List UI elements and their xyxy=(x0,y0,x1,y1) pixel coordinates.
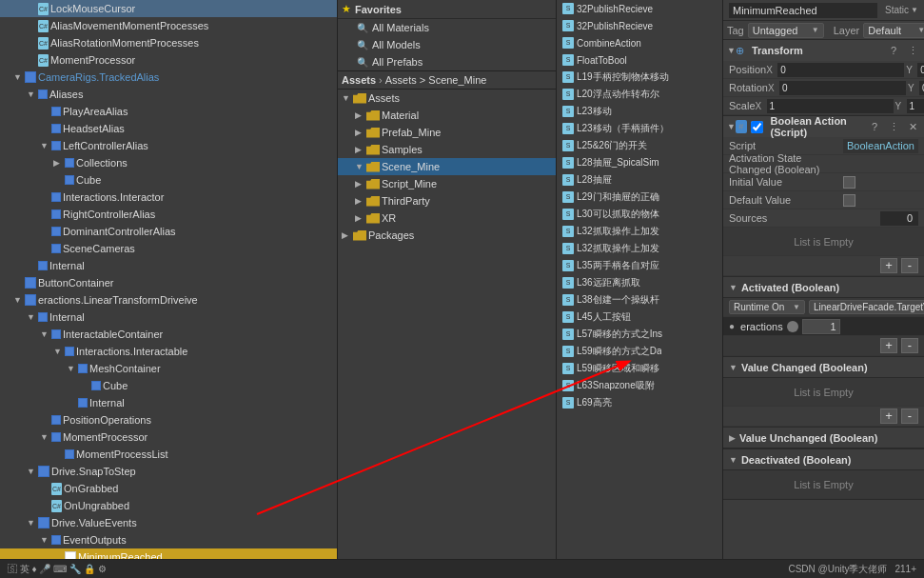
eractions-value-input[interactable] xyxy=(802,319,840,334)
rotation-x[interactable] xyxy=(779,81,906,95)
file-list-item[interactable]: SFloatToBool xyxy=(557,51,722,69)
fav-all-models[interactable]: 🔍 All Models xyxy=(338,36,556,53)
tree-item-minimumreached[interactable]: MinimumReached xyxy=(0,548,337,559)
sources-count-input[interactable] xyxy=(880,211,918,226)
tree-item-leftcontrolleralias[interactable]: ▼ LeftControllerAlias xyxy=(0,137,337,154)
position-y[interactable] xyxy=(917,63,924,77)
file-list-item[interactable]: SL59瞬移的方式之Da xyxy=(557,343,722,360)
file-list-item[interactable]: SL36远距离抓取 xyxy=(557,274,722,291)
tree-item-aliasmovement[interactable]: C# AliasMovementMomentProcesses xyxy=(0,17,337,34)
file-list-item[interactable]: SL59瞬移区域和瞬移 xyxy=(557,360,722,377)
bool-menu-icon[interactable]: ⋮ xyxy=(886,121,901,133)
tree-item-cube2[interactable]: Cube xyxy=(0,377,337,394)
tree-item-headsetalias[interactable]: HeadsetAlias xyxy=(0,120,337,137)
file-list-item[interactable]: SL32抓取操作上加发 xyxy=(557,240,722,257)
scale-y[interactable] xyxy=(907,99,924,113)
value-changed-add-button[interactable]: + xyxy=(880,409,897,424)
file-list-item[interactable]: SL30可以抓取的物体 xyxy=(557,206,722,223)
value-unchanged-header[interactable]: ▶ Value Unchanged (Boolean) xyxy=(723,428,924,448)
tree-item-drivevalueevents[interactable]: ▼ Drive.ValueEvents xyxy=(0,514,337,531)
tag-dropdown[interactable]: Untagged ▼ xyxy=(748,23,824,38)
layer-dropdown[interactable]: Default ▼ xyxy=(863,23,924,38)
tree-item-eractions[interactable]: ▼ eractions.LinearTransformDriveive xyxy=(0,291,337,309)
tree-item-rightcontrolleralias[interactable]: RightControllerAlias xyxy=(0,206,337,223)
tree-item-internal2[interactable]: ▼ Internal xyxy=(0,309,337,326)
folder-material[interactable]: ▶ Material xyxy=(338,107,556,124)
position-x[interactable] xyxy=(777,63,904,77)
value-changed-header[interactable]: ▼ Value Changed (Boolean) xyxy=(723,357,924,378)
tree-item-interactionsinteractable[interactable]: ▼ Interactions.Interactable xyxy=(0,343,337,360)
script-ref-button[interactable]: BooleanAction xyxy=(843,139,918,153)
file-list-item[interactable]: S32PublishRecieve xyxy=(557,17,722,34)
folder-xr[interactable]: ▶ XR xyxy=(338,209,556,227)
transform-header[interactable]: ▼ ⊕ Transform ? ⋮ xyxy=(723,40,924,61)
boolean-action-header[interactable]: ▼ # Boolean Action (Script) ? ⋮ ✕ xyxy=(723,116,924,137)
fav-all-prefabs[interactable]: 🔍 All Prefabs xyxy=(338,53,556,70)
tree-item-ongrabbed[interactable]: C# OnGrabbed xyxy=(0,480,337,497)
file-list-item[interactable]: SL57瞬移的方式之Ins xyxy=(557,326,722,343)
file-list-item[interactable]: SCombineAction xyxy=(557,34,722,51)
target-dropdown[interactable]: LinearDriveFacade.TargetValu ▼ xyxy=(809,300,924,314)
tree-item-collections[interactable]: ▶ Collections xyxy=(0,154,337,171)
initial-value-checkbox[interactable] xyxy=(843,176,855,189)
tree-item-eventoutputs[interactable]: ▼ EventOutputs xyxy=(0,531,337,548)
folder-samples[interactable]: ▶ Samples xyxy=(338,141,556,158)
default-value-checkbox[interactable] xyxy=(843,194,855,207)
tree-item-interactablecontainer[interactable]: ▼ InteractableContainer xyxy=(0,326,337,343)
folder-thirdparty[interactable]: ▶ ThirdParty xyxy=(338,192,556,209)
deactivated-header[interactable]: ▼ Deactivated (Boolean) xyxy=(723,449,924,470)
tree-item-scenecameras[interactable]: SceneCameras xyxy=(0,240,337,257)
activated-header[interactable]: ▼ Activated (Boolean) xyxy=(723,277,924,298)
file-list-item[interactable]: SL45人工按钮 xyxy=(557,309,722,326)
file-list-item[interactable]: SL63Snapzone吸附 xyxy=(557,377,722,394)
tree-item-momentprocesslist[interactable]: MomentProcessList xyxy=(0,446,337,463)
tree-item-playareaalias[interactable]: PlayAreaAlias xyxy=(0,103,337,120)
runtime-dropdown[interactable]: Runtime On ▼ xyxy=(729,300,805,314)
tree-item-interactionsinteractor[interactable]: Interactions.Interactor xyxy=(0,189,337,206)
file-list-item[interactable]: SL29门和抽屉的正确 xyxy=(557,189,722,206)
scale-x[interactable] xyxy=(767,99,894,113)
tree-item-dominantcontrolleralias[interactable]: DominantControllerAlias xyxy=(0,223,337,240)
eractions-circle-icon[interactable] xyxy=(787,321,798,332)
file-list-item[interactable]: SL69高亮 xyxy=(557,394,722,411)
bool-settings-icon[interactable]: ✕ xyxy=(905,121,920,133)
rotation-y[interactable] xyxy=(919,81,924,95)
tree-item-positionoperations[interactable]: PositionOperations xyxy=(0,411,337,429)
file-list-item[interactable]: SL23移动（手柄插件） xyxy=(557,120,722,137)
file-list-item[interactable]: SL25&26门的开关 xyxy=(557,137,722,154)
bool-enable-checkbox[interactable] xyxy=(751,121,763,133)
folder-script-mine[interactable]: ▶ Script_Mine xyxy=(338,175,556,192)
file-list-item[interactable]: SL20浮点动作转布尔 xyxy=(557,86,722,103)
tree-item-buttoncontainer[interactable]: ButtonContainer xyxy=(0,274,337,291)
file-list-item[interactable]: S32PublishRecieve xyxy=(557,0,722,17)
tree-item-momentprocessor2[interactable]: ▼ MomentProcessor xyxy=(0,429,337,446)
tree-item-aliases[interactable]: ▼ Aliases xyxy=(0,86,337,103)
bool-info-icon[interactable]: ? xyxy=(867,121,882,132)
file-list-item[interactable]: SL28抽屉_SpicalSim xyxy=(557,154,722,171)
transform-info-icon[interactable]: ? xyxy=(886,45,901,56)
file-list-item[interactable]: SL23移动 xyxy=(557,103,722,120)
folder-scene-mine[interactable]: ▼ Scene_Mine xyxy=(338,158,556,175)
tree-item-drivesnaptostep[interactable]: ▼ Drive.SnapToStep xyxy=(0,463,337,480)
fav-all-materials[interactable]: 🔍 All Materials xyxy=(338,19,556,36)
tree-item-momentprocessor1[interactable]: C# MomentProcessor xyxy=(0,51,337,69)
tree-item-cube1[interactable]: Cube xyxy=(0,171,337,189)
folder-prefab-mine[interactable]: ▶ Prefab_Mine xyxy=(338,124,556,141)
object-name-input[interactable] xyxy=(729,3,877,18)
folder-packages[interactable]: ▶ Packages xyxy=(338,227,556,244)
value-changed-remove-button[interactable]: - xyxy=(901,409,918,424)
tree-item-internal3[interactable]: Internal xyxy=(0,394,337,411)
folder-assets[interactable]: ▼ Assets xyxy=(338,90,556,107)
tree-item-lockmousecursor[interactable]: C# LockMouseCursor xyxy=(0,0,337,17)
tree-item-camerarigs[interactable]: ▼ CameraRigs.TrackedAlias xyxy=(0,69,337,86)
file-list-item[interactable]: SL38创建一个操纵杆 xyxy=(557,291,722,309)
sources-add-button[interactable]: + xyxy=(880,258,897,273)
file-list-item[interactable]: SL35两手柄各自对应 xyxy=(557,257,722,274)
tree-item-onungrabbed[interactable]: C# OnUngrabbed xyxy=(0,497,337,514)
file-list-item[interactable]: SL28抽屉 xyxy=(557,171,722,189)
tree-item-aliasrotation[interactable]: C# AliasRotationMomentProcesses xyxy=(0,34,337,51)
file-list-item[interactable]: SL32抓取操作上加发 xyxy=(557,223,722,240)
file-list-item[interactable]: SL19手柄控制物体移动 xyxy=(557,69,722,86)
sources-remove-button[interactable]: - xyxy=(901,258,918,273)
tree-item-internal1[interactable]: Internal xyxy=(0,257,337,274)
